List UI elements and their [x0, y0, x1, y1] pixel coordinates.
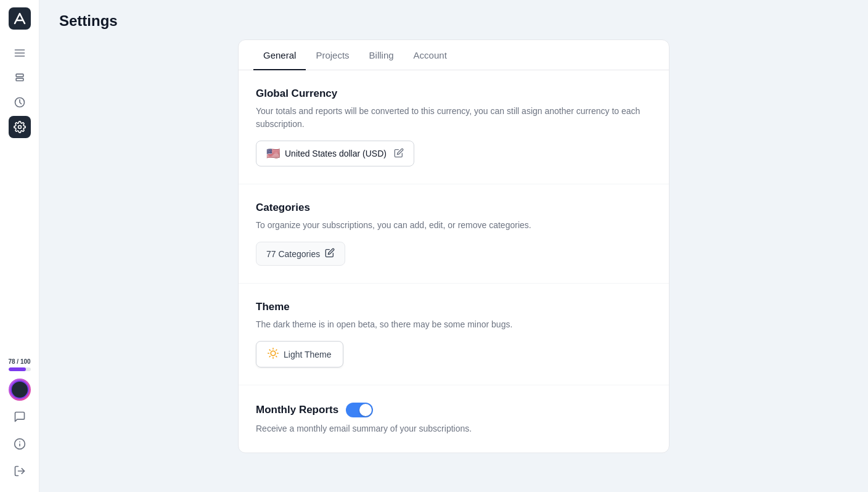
- tab-projects[interactable]: Projects: [306, 40, 359, 70]
- app-logo[interactable]: [9, 7, 31, 30]
- categories-desc: To organize your subscriptions, you can …: [256, 219, 652, 232]
- svg-rect-4: [16, 74, 23, 76]
- edit-currency-icon: [394, 148, 404, 160]
- currency-desc: Your totals and reports will be converte…: [256, 105, 652, 131]
- avatar-image: [10, 380, 29, 399]
- info-icon[interactable]: [9, 433, 31, 455]
- theme-label: Light Theme: [284, 350, 332, 359]
- tab-general[interactable]: General: [253, 40, 306, 70]
- svg-line-15: [269, 350, 270, 350]
- currency-label: United States dollar (USD): [285, 149, 387, 158]
- clock-icon[interactable]: [9, 91, 31, 113]
- currency-title: Global Currency: [256, 88, 652, 100]
- categories-section: Categories To organize your subscription…: [239, 184, 669, 284]
- settings-panel: General Projects Billing Account Global …: [238, 39, 669, 453]
- settings-icon[interactable]: [9, 116, 31, 138]
- categories-label: 77 Categories: [266, 249, 320, 259]
- svg-line-19: [269, 356, 270, 357]
- message-icon[interactable]: [9, 406, 31, 428]
- categories-button[interactable]: 77 Categories: [256, 242, 345, 266]
- usage-bar: [9, 367, 31, 371]
- currency-button[interactable]: 🇺🇸 United States dollar (USD): [256, 141, 414, 166]
- monthly-reports-desc: Receive a monthly email summary of your …: [256, 422, 652, 435]
- currency-section: Global Currency Your totals and reports …: [239, 70, 669, 184]
- monthly-reports-toggle[interactable]: [346, 403, 373, 417]
- categories-title: Categories: [256, 202, 652, 214]
- monthly-reports-header: Monthly Reports: [256, 403, 652, 417]
- logout-icon[interactable]: [9, 460, 31, 482]
- theme-button[interactable]: Light Theme: [256, 341, 343, 367]
- monthly-reports-section: Monthly Reports Receive a monthly email …: [239, 385, 669, 453]
- usage-fill: [9, 367, 26, 371]
- svg-rect-0: [9, 7, 31, 30]
- page-title: Settings: [59, 12, 848, 30]
- svg-point-12: [271, 351, 276, 356]
- avatar[interactable]: [9, 379, 31, 401]
- main-content: Settings General Projects Billing Accoun…: [39, 0, 868, 492]
- tabs-bar: General Projects Billing Account: [239, 40, 669, 70]
- usage-section: 78 / 100: [8, 358, 30, 371]
- layers-icon[interactable]: [9, 67, 31, 89]
- svg-line-20: [276, 350, 277, 350]
- svg-rect-5: [16, 78, 23, 81]
- theme-desc: The dark theme is in open beta, so there…: [256, 318, 652, 331]
- usage-text: 78 / 100: [8, 358, 30, 365]
- sun-icon: [268, 348, 279, 361]
- edit-categories-icon: [325, 248, 335, 260]
- sidebar: 78 / 100: [0, 0, 39, 492]
- tab-account[interactable]: Account: [404, 40, 457, 70]
- svg-point-7: [18, 126, 21, 129]
- monthly-reports-title: Monthly Reports: [256, 404, 338, 416]
- theme-title: Theme: [256, 301, 652, 313]
- svg-line-16: [276, 356, 277, 357]
- theme-section: Theme The dark theme is in open beta, so…: [239, 284, 669, 385]
- menu-icon[interactable]: [9, 42, 31, 64]
- page-header: Settings: [39, 0, 868, 39]
- settings-area: General Projects Billing Account Global …: [39, 39, 868, 492]
- toggle-knob: [359, 404, 372, 416]
- tab-billing[interactable]: Billing: [359, 40, 404, 70]
- flag-emoji: 🇺🇸: [266, 147, 280, 160]
